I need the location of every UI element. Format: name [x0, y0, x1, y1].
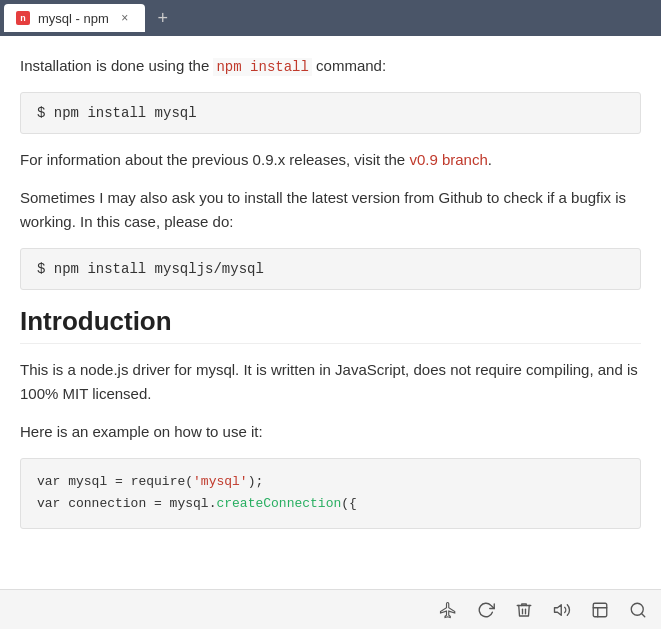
intro-paragraph: This is a node.js driver for mysql. It i…	[20, 358, 641, 406]
v09-branch-link[interactable]: v0.9 branch	[409, 151, 487, 168]
code-equals-1: =	[107, 474, 130, 489]
active-tab[interactable]: n mysql - npm ×	[4, 4, 145, 32]
install-text-after: command:	[312, 57, 386, 74]
tab-favicon: n	[16, 11, 30, 25]
code-var-mysql: var mysql	[37, 474, 107, 489]
code-block-github-install: $ npm install mysqljs/mysql	[20, 248, 641, 290]
example-text: Here is an example on how to use it:	[20, 420, 641, 444]
layout-icon[interactable]	[589, 599, 611, 621]
refresh-icon[interactable]	[475, 599, 497, 621]
previous-text-after: .	[488, 151, 492, 168]
tab-bar: n mysql - npm × +	[0, 0, 661, 36]
code-line-2-after: ({	[341, 496, 357, 511]
main-content: Installation is done using the npm insta…	[0, 36, 661, 589]
new-tab-button[interactable]: +	[149, 4, 177, 32]
search-icon[interactable]	[627, 599, 649, 621]
code-block-npm-install: $ npm install mysql	[20, 92, 641, 134]
trash-icon[interactable]	[513, 599, 535, 621]
code-line-1-after: );	[248, 474, 264, 489]
tab-close-button[interactable]: ×	[117, 10, 133, 26]
install-paragraph: Installation is done using the npm insta…	[20, 54, 641, 78]
tab-title: mysql - npm	[38, 11, 109, 26]
code-line-1: var mysql = require('mysql');	[37, 471, 624, 493]
code-block-2-text: $ npm install mysqljs/mysql	[37, 261, 264, 277]
previous-text-before: For information about the previous 0.9.x…	[20, 151, 409, 168]
code-create-connection: createConnection	[216, 496, 341, 511]
code-mysql-string: 'mysql'	[193, 474, 248, 489]
svg-rect-1	[593, 603, 607, 617]
install-text-before: Installation is done using the	[20, 57, 213, 74]
code-block-1-text: $ npm install mysql	[37, 105, 197, 121]
code-line-2: var connection = mysql.createConnection(…	[37, 493, 624, 515]
airplane-mode-icon[interactable]	[437, 599, 459, 621]
svg-line-3	[641, 613, 644, 616]
bottom-toolbar	[0, 589, 661, 629]
github-text: Sometimes I may also ask you to install …	[20, 189, 626, 230]
speaker-icon[interactable]	[551, 599, 573, 621]
svg-marker-0	[555, 604, 562, 615]
install-command-inline: npm install	[213, 58, 311, 76]
code-block-example: var mysql = require('mysql'); var connec…	[20, 458, 641, 528]
github-install-paragraph: Sometimes I may also ask you to install …	[20, 186, 641, 234]
code-connection-before: var connection = mysql.	[37, 496, 216, 511]
introduction-heading: Introduction	[20, 306, 641, 344]
previous-releases-paragraph: For information about the previous 0.9.x…	[20, 148, 641, 172]
code-require-fn: require(	[131, 474, 193, 489]
